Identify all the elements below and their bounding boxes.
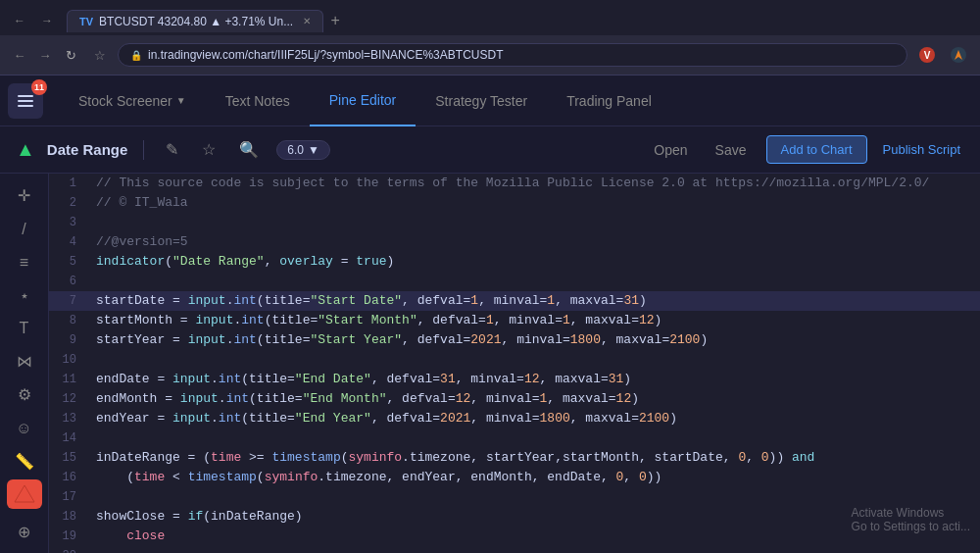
- table-row: 15inDateRange = (time >= timestamp(symin…: [49, 448, 980, 468]
- url-text: in.tradingview.com/chart/IIIF25Lj/?symbo…: [148, 48, 503, 62]
- pine-script-icon: ▲: [16, 138, 35, 161]
- nav-link-trading-panel[interactable]: Trading Panel: [547, 75, 671, 126]
- code-line-content[interactable]: [88, 272, 980, 291]
- line-number: 13: [49, 409, 88, 428]
- sidebar-text-button[interactable]: T: [7, 314, 42, 343]
- table-row: 9startYear = input.int(title="Start Year…: [49, 330, 980, 350]
- new-tab-button[interactable]: +: [323, 9, 347, 32]
- sidebar-graph-button[interactable]: ⋆: [7, 280, 42, 310]
- svg-text:V: V: [924, 50, 931, 61]
- browser-chrome: ← → TV BTCUSDT 43204.80 ▲ +3.71% Un... ✕…: [0, 0, 980, 75]
- code-line-content[interactable]: //@version=5: [88, 232, 980, 252]
- code-line-content[interactable]: [88, 487, 980, 507]
- save-button[interactable]: Save: [708, 136, 755, 164]
- line-number: 12: [49, 389, 88, 409]
- lock-icon: 🔒: [130, 50, 142, 61]
- code-table: 1// This source code is subject to the t…: [49, 174, 980, 553]
- code-line-content[interactable]: [88, 428, 980, 448]
- line-number: 6: [49, 272, 88, 291]
- code-line-content[interactable]: close: [88, 527, 980, 546]
- hamburger-menu-button[interactable]: 11: [8, 83, 43, 119]
- table-row: 19 close: [49, 527, 980, 546]
- back-button[interactable]: ←: [8, 9, 31, 32]
- tab-nav-controls: ← →: [8, 9, 59, 32]
- sidebar-crosshair-button[interactable]: ✛: [7, 181, 42, 211]
- sidebar-settings-button[interactable]: ⚙: [7, 380, 42, 410]
- line-number: 11: [49, 370, 88, 389]
- code-line-content[interactable]: [88, 546, 980, 553]
- sidebar-zoom-button[interactable]: ⊕: [7, 517, 42, 546]
- favorite-star-button[interactable]: ☆: [196, 136, 221, 163]
- open-button[interactable]: Open: [646, 136, 695, 164]
- line-number: 9: [49, 330, 88, 350]
- line-number: 10: [49, 350, 88, 370]
- nav-link-text-notes[interactable]: Text Notes: [206, 75, 310, 126]
- sidebar-cursor-button[interactable]: /: [7, 215, 42, 244]
- app-container: 11 Stock Screener ▼ Text Notes Pine Edit…: [0, 75, 980, 553]
- table-row: 4//@version=5: [49, 232, 980, 252]
- code-line-content[interactable]: startMonth = input.int(title="Start Mont…: [88, 311, 980, 330]
- search-button[interactable]: 🔍: [233, 136, 265, 163]
- bookmark-button[interactable]: ☆: [88, 43, 112, 67]
- line-number: 3: [49, 213, 88, 232]
- browser-back-button[interactable]: ←: [8, 43, 31, 67]
- table-row: 16 (time < timestamp(syminfo.timezone, e…: [49, 468, 980, 487]
- line-number: 16: [49, 468, 88, 487]
- extension-button-2[interactable]: [945, 41, 972, 69]
- table-row: 14: [49, 428, 980, 448]
- sidebar-ruler-button[interactable]: 📏: [7, 447, 42, 477]
- code-line-content[interactable]: endMonth = input.int(title="End Month", …: [88, 389, 980, 409]
- code-editor[interactable]: 1// This source code is subject to the t…: [49, 174, 980, 553]
- add-to-chart-button[interactable]: Add to Chart: [766, 135, 867, 164]
- hamburger-line-2: [18, 100, 33, 102]
- code-line-content[interactable]: (time < timestamp(syminfo.timezone, endY…: [88, 468, 980, 487]
- line-number: 5: [49, 252, 88, 272]
- browser-forward-button[interactable]: →: [33, 43, 57, 67]
- table-row: 7startDate = input.int(title="Start Date…: [49, 291, 980, 311]
- table-row: 13endYear = input.int(title="End Year", …: [49, 409, 980, 428]
- code-line-content[interactable]: inDateRange = (time >= timestamp(syminfo…: [88, 448, 980, 468]
- table-row: 6: [49, 272, 980, 291]
- version-text: 6.0: [287, 143, 304, 157]
- table-row: 20: [49, 546, 980, 553]
- line-number: 7: [49, 291, 88, 311]
- code-line-content[interactable]: [88, 213, 980, 232]
- line-number: 18: [49, 507, 88, 527]
- nav-link-strategy-tester[interactable]: Strategy Tester: [416, 75, 547, 126]
- code-line-content[interactable]: showClose = if(inDateRange): [88, 507, 980, 527]
- browser-tab-active[interactable]: TV BTCUSDT 43204.80 ▲ +3.71% Un... ✕: [67, 10, 323, 32]
- sidebar-lines-button[interactable]: ≡: [7, 248, 42, 277]
- table-row: 18showClose = if(inDateRange): [49, 507, 980, 527]
- sidebar-nodes-button[interactable]: ⋈: [7, 347, 42, 377]
- table-row: 17: [49, 487, 980, 507]
- url-bar[interactable]: 🔒 in.tradingview.com/chart/IIIF25Lj/?sym…: [118, 43, 907, 67]
- code-line-content[interactable]: // © IT_Wala: [88, 193, 980, 213]
- code-line-content[interactable]: // This source code is subject to the te…: [88, 174, 980, 193]
- version-selector[interactable]: 6.0 ▼: [276, 140, 330, 160]
- table-row: 1// This source code is subject to the t…: [49, 174, 980, 193]
- line-number: 8: [49, 311, 88, 330]
- table-row: 5indicator("Date Range", overlay = true): [49, 252, 980, 272]
- tab-close-button[interactable]: ✕: [303, 16, 311, 26]
- code-line-content[interactable]: endYear = input.int(title="End Year", de…: [88, 409, 980, 428]
- top-nav: 11 Stock Screener ▼ Text Notes Pine Edit…: [0, 75, 980, 126]
- extension-button-1[interactable]: V: [913, 41, 941, 69]
- edit-pencil-button[interactable]: ✎: [160, 136, 184, 163]
- code-line-content[interactable]: startDate = input.int(title="Start Date"…: [88, 291, 980, 311]
- code-line-content[interactable]: indicator("Date Range", overlay = true): [88, 252, 980, 272]
- sidebar-logo: [7, 479, 42, 509]
- code-line-content[interactable]: endDate = input.int(title="End Date", de…: [88, 370, 980, 389]
- nav-links: Stock Screener ▼ Text Notes Pine Editor …: [59, 75, 972, 126]
- forward-button[interactable]: →: [35, 9, 59, 32]
- code-line-content[interactable]: [88, 350, 980, 370]
- nav-link-pine-editor[interactable]: Pine Editor: [310, 75, 416, 126]
- sidebar: ✛ / ≡ ⋆ T ⋈ ⚙ ☺ 📏 ⊕: [0, 174, 49, 553]
- publish-script-button[interactable]: Publish Script: [879, 136, 964, 163]
- sidebar-emoji-button[interactable]: ☺: [7, 414, 42, 443]
- table-row: 10: [49, 350, 980, 370]
- nav-link-stock-screener[interactable]: Stock Screener ▼: [59, 75, 206, 126]
- dropdown-arrow-icon: ▼: [176, 95, 186, 106]
- browser-refresh-button[interactable]: ↻: [59, 43, 82, 67]
- code-line-content[interactable]: startYear = input.int(title="Start Year"…: [88, 330, 980, 350]
- script-title: Date Range: [47, 141, 128, 158]
